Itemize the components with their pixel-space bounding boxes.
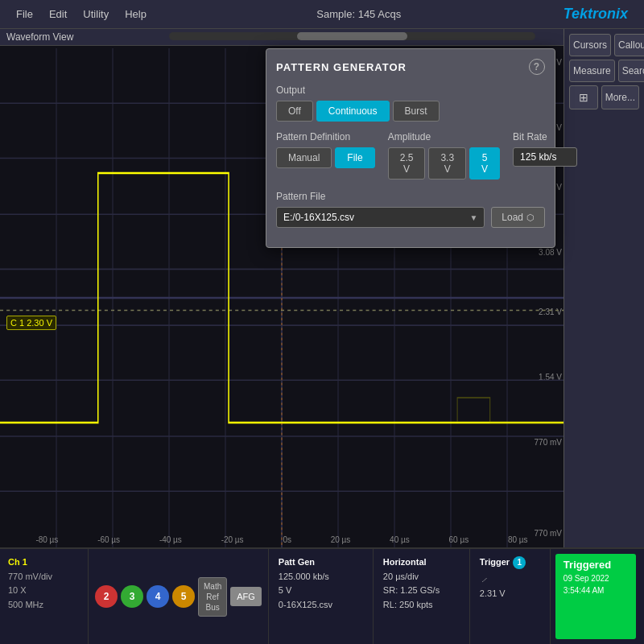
search-button[interactable]: Search [618,60,644,82]
btn-row-3: ⊞ More... [569,85,639,109]
time-label-5: 20 µs [331,535,351,544]
tektronix-logo: Tektronix [564,6,636,23]
triggered-badge: Triggered 09 Sep 2022 3:54:44 AM [555,554,636,639]
menu-edit[interactable]: Edit [41,5,75,23]
measure-button[interactable]: Measure [569,60,615,82]
bit-rate-section: Bit Rate [513,131,577,167]
horiz-title: Horizontal [383,555,460,570]
pattern-def-section: Pattern Definition Manual File [276,131,375,168]
grid-button[interactable]: ⊞ [569,85,598,109]
output-off-button[interactable]: Off [276,101,313,122]
channel-buttons: 2 3 4 5 Math Ref Bus AFG [89,549,269,644]
output-section: Output Off Continuous Burst [276,85,545,122]
triggered-label: Triggered [564,559,611,571]
triggered-time: 3:54:44 AM [564,586,605,595]
pattern-file-value: E:/0-16X125.csv [283,212,354,223]
dialog-help-button[interactable]: ? [529,59,545,75]
horiz-line2: SR: 1.25 GS/s [383,584,460,598]
btn-row-2: Measure Search [569,60,639,82]
right-panel: Cursors Callout Measure Search ⊞ More... [564,29,644,547]
amplitude-3v3-button[interactable]: 3.3 V [428,147,466,180]
load-button-label: Load [502,212,523,223]
pattern-def-label: Pattern Definition [276,131,375,142]
ch1-line1: 770 mV/div [8,570,80,584]
ch1-info: Ch 1 770 mV/div 10 X 500 MHz [0,549,89,644]
trigger-waveform-icon: ⟋ [480,573,540,588]
trigger-value: 2.31 V [480,587,540,601]
btn-row-1: Cursors Callout [569,34,639,56]
trigger-info: Trigger 1 ⟋ 2.31 V [470,549,551,644]
patt-gen-line2: 5 V [279,584,363,598]
waveform-title-text: Waveform View [6,31,73,43]
settings-row: Pattern Definition Manual File Amplitude… [276,131,545,180]
time-label-1: -60 µs [97,535,120,544]
amplitude-5v-button[interactable]: 5 V [469,147,500,180]
bit-rate-label: Bit Rate [513,131,577,142]
output-label: Output [276,85,545,96]
time-label-0: -80 µs [35,535,58,544]
ch1-label: C 1 2.30 V [6,316,56,330]
ch1-line2: 10 X [8,584,80,598]
patt-gen-info: Patt Gen 125.000 kb/s 5 V 0-16X125.csv [269,549,374,644]
bit-rate-input[interactable] [513,147,577,167]
pattern-file-label: Pattern File [276,191,545,202]
trigger-label: Trigger [480,555,510,570]
amplitude-section: Amplitude 2.5 V 3.3 V 5 V [388,131,500,180]
scrollbar-thumb[interactable] [297,32,407,40]
triggered-date: 09 Sep 2022 [564,574,609,583]
menu-utility[interactable]: Utility [75,5,117,23]
time-label-4: 0s [283,535,291,544]
time-label-2: -40 µs [159,535,182,544]
output-continuous-button[interactable]: Continuous [316,101,390,122]
menu-file[interactable]: File [8,5,41,23]
horizontal-info: Horizontal 20 µs/div SR: 1.25 GS/s RL: 2… [374,549,470,644]
pattern-file-section: Pattern File E:/0-16X125.csv ▼ Load ⬡ [276,191,545,228]
patt-gen-title: Patt Gen [279,555,363,570]
afg-button[interactable]: AFG [230,587,262,606]
ch5-button[interactable]: 5 [172,585,195,608]
pattern-def-btn-group: Manual File [276,147,375,168]
cursors-button[interactable]: Cursors [569,34,611,56]
trigger-title: Trigger 1 [480,555,540,570]
trigger-badge: 1 [513,556,526,569]
dropdown-arrow-icon: ▼ [469,213,477,222]
dialog-title: PATTERN GENERATOR ? [276,59,545,75]
ch2-button[interactable]: 2 [95,585,118,608]
amplitude-label: Amplitude [388,131,500,142]
amplitude-2v5-button[interactable]: 2.5 V [388,147,426,180]
load-button[interactable]: Load ⬡ [491,207,545,228]
amplitude-btn-group: 2.5 V 3.3 V 5 V [388,147,500,180]
patt-gen-line1: 125.000 kb/s [279,570,363,584]
time-label-7: 60 µs [449,535,469,544]
output-burst-button[interactable]: Burst [393,101,440,122]
horizontal-scrollbar[interactable] [169,32,535,40]
menu-bar: File Edit Utility Help Sample: 145 Acqs … [0,0,644,29]
math-ref-bus-button[interactable]: Math Ref Bus [198,577,227,617]
time-label-6: 40 µs [390,535,410,544]
time-label-3: -20 µs [221,535,244,544]
pattern-file-dropdown[interactable]: E:/0-16X125.csv ▼ [276,207,485,228]
pattern-file-button[interactable]: File [335,147,374,168]
sample-count: Sample: 145 Acqs [155,8,564,20]
horiz-line3: RL: 250 kpts [383,598,460,613]
ch3-button[interactable]: 3 [121,585,143,608]
ch4-button[interactable]: 4 [147,585,169,608]
menu-help[interactable]: Help [117,5,155,23]
horiz-line1: 20 µs/div [383,570,460,584]
pattern-generator-dialog: PATTERN GENERATOR ? Output Off Continuou… [266,48,555,248]
pattern-file-row: E:/0-16X125.csv ▼ Load ⬡ [276,207,545,228]
load-icon: ⬡ [526,213,535,223]
more-button[interactable]: More... [601,85,639,109]
patt-gen-line3: 0-16X125.csv [279,598,363,613]
ch1-line3: 500 MHz [8,598,80,613]
bottom-bar: Ch 1 770 mV/div 10 X 500 MHz 2 3 4 5 Mat… [0,547,644,644]
pattern-manual-button[interactable]: Manual [276,147,332,168]
time-axis: -80 µs -60 µs -40 µs -20 µs 0s 20 µs 40 … [0,535,564,544]
ch1-title: Ch 1 [8,555,80,570]
dialog-title-text: PATTERN GENERATOR [276,61,407,73]
output-btn-group: Off Continuous Burst [276,101,545,122]
callout-button[interactable]: Callout [614,34,644,56]
time-label-8: 80 µs [508,535,528,544]
waveform-title: Waveform View [0,29,564,46]
